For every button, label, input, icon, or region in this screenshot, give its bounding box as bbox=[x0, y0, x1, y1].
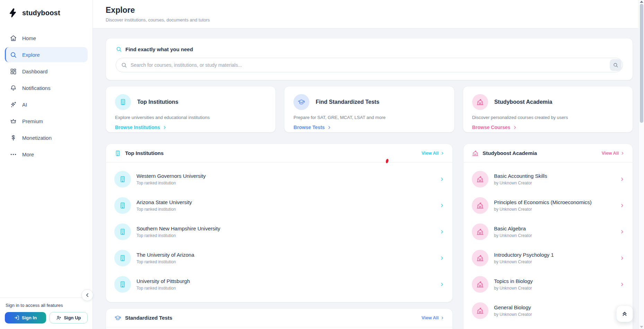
building-icon bbox=[114, 171, 131, 188]
sidebar-item-premium[interactable]: Premium bbox=[5, 113, 88, 129]
course-row[interactable]: Basic Algebra by Unknown Creator bbox=[472, 221, 624, 242]
sidebar-item-label: Dashboard bbox=[22, 68, 47, 74]
school-icon bbox=[472, 250, 488, 266]
sparkles-icon bbox=[10, 101, 17, 108]
sidebar-item-label: Explore bbox=[22, 52, 40, 58]
chevrons-up-icon bbox=[621, 311, 628, 317]
graduation-cap-icon bbox=[114, 314, 121, 321]
chevron-right-icon bbox=[327, 126, 331, 129]
page-subtitle: Discover institutions, courses, document… bbox=[106, 17, 638, 22]
dashboard-icon bbox=[10, 68, 17, 75]
sidebar-item-home[interactable]: Home bbox=[5, 30, 88, 46]
institution-row[interactable]: Arizona State University Top ranked inst… bbox=[114, 195, 444, 216]
search-input[interactable] bbox=[116, 58, 623, 72]
sidebar-nav: Home Explore Dashboard Notifications AI … bbox=[0, 24, 92, 163]
studyboost-academia-section: Studyboost Academia View All bbox=[463, 144, 633, 329]
scrollbar-down-arrow[interactable] bbox=[640, 326, 643, 328]
course-name: General Biology bbox=[494, 304, 615, 310]
page-scrollbar[interactable] bbox=[638, 0, 644, 329]
institution-row[interactable]: University of Pittsburgh Top ranked inst… bbox=[114, 274, 444, 295]
sidebar-item-label: More bbox=[22, 152, 34, 157]
app-root: studyboost Home Explore Dashboard Notifi… bbox=[0, 0, 644, 329]
feature-card-academia[interactable]: Studyboost Academia Discover personalize… bbox=[463, 86, 633, 132]
sidebar-item-more[interactable]: More bbox=[5, 147, 88, 162]
browse-tests-link[interactable]: Browse Tests bbox=[293, 125, 445, 130]
scrollbar-thumb[interactable] bbox=[640, 4, 643, 123]
institution-row[interactable]: Western Governors University Top ranked … bbox=[114, 169, 444, 190]
chevron-right-icon bbox=[620, 177, 624, 181]
sidebar-item-label: Premium bbox=[22, 118, 43, 124]
sign-up-label: Sign Up bbox=[64, 315, 81, 320]
page-title: Explore bbox=[106, 6, 638, 15]
search-icon bbox=[613, 62, 618, 68]
chevron-right-icon bbox=[440, 256, 444, 260]
dollar-icon bbox=[10, 134, 17, 141]
institution-subtitle: Top ranked institution bbox=[136, 181, 434, 185]
chevron-right-icon bbox=[620, 203, 624, 208]
building-icon bbox=[114, 197, 131, 214]
link-label: Browse Institutions bbox=[115, 125, 160, 130]
building-icon bbox=[114, 150, 121, 157]
school-icon bbox=[472, 171, 488, 188]
feature-card-tests[interactable]: Find Standardized Tests Prepare for SAT,… bbox=[284, 86, 454, 132]
scroll-to-top-button[interactable] bbox=[616, 305, 633, 322]
sidebar-item-notifications[interactable]: Notifications bbox=[5, 80, 88, 95]
search-icon bbox=[10, 51, 17, 58]
sidebar-item-explore[interactable]: Explore bbox=[5, 47, 88, 62]
feature-card-institutions[interactable]: Top Institutions Explore universities an… bbox=[106, 86, 276, 132]
search-card-title: Find exactly what you need bbox=[125, 46, 193, 52]
chevron-right-icon bbox=[440, 230, 444, 234]
institution-name: Southern New Hampshire University bbox=[136, 226, 434, 231]
section-title: Standardized Tests bbox=[125, 315, 172, 321]
browse-institutions-link[interactable]: Browse Institutions bbox=[115, 125, 266, 130]
chevron-right-icon bbox=[513, 126, 517, 129]
course-creator: by Unknown Creator bbox=[494, 286, 615, 291]
course-creator: by Unknown Creator bbox=[494, 207, 615, 212]
search-card: Find exactly what you need bbox=[106, 38, 633, 80]
view-all-institutions-link[interactable]: View All bbox=[422, 150, 444, 156]
search-submit-button[interactable] bbox=[610, 59, 621, 71]
course-row[interactable]: General Biology by Unknown Creator bbox=[472, 300, 624, 321]
link-label: Browse Courses bbox=[472, 125, 510, 130]
institution-row[interactable]: Southern New Hampshire University Top ra… bbox=[114, 221, 444, 242]
course-name: Topics in Biology bbox=[494, 278, 615, 284]
view-all-academia-link[interactable]: View All bbox=[602, 150, 624, 156]
sidebar-item-ai[interactable]: AI bbox=[5, 97, 88, 112]
brand-logo[interactable]: studyboost bbox=[0, 0, 92, 24]
institution-name: Arizona State University bbox=[136, 199, 434, 205]
building-icon bbox=[114, 223, 131, 240]
chevron-right-icon bbox=[620, 256, 624, 260]
browse-courses-link[interactable]: Browse Courses bbox=[472, 125, 624, 130]
sidebar-item-label: Home bbox=[22, 35, 36, 41]
view-all-tests-link[interactable]: View All bbox=[422, 315, 444, 320]
standardized-tests-section: Standardized Tests View All bbox=[106, 308, 453, 329]
building-icon bbox=[115, 94, 131, 110]
feature-card-title: Find Standardized Tests bbox=[316, 99, 379, 105]
institution-row[interactable]: The University of Arizona Top ranked ins… bbox=[114, 248, 444, 268]
course-row[interactable]: Introductory Psychology 1 by Unknown Cre… bbox=[472, 248, 624, 268]
sidebar-collapse-button[interactable] bbox=[81, 289, 93, 301]
link-label: Browse Tests bbox=[293, 125, 325, 130]
school-icon bbox=[472, 302, 488, 319]
chevron-left-icon bbox=[85, 293, 90, 298]
bell-icon bbox=[10, 84, 17, 92]
course-creator: by Unknown Creator bbox=[494, 312, 615, 317]
course-creator: by Unknown Creator bbox=[494, 259, 615, 264]
top-institutions-section: Top Institutions View All Wes bbox=[106, 144, 453, 302]
course-row[interactable]: Topics in Biology by Unknown Creator bbox=[472, 274, 624, 295]
sidebar-item-monetization[interactable]: Monetization bbox=[5, 130, 88, 145]
sign-in-button[interactable]: Sign In bbox=[5, 312, 46, 323]
sidebar-item-dashboard[interactable]: Dashboard bbox=[5, 64, 88, 79]
sidebar-footer: Sign in to access all features Sign In S… bbox=[0, 298, 92, 329]
sign-up-button[interactable]: Sign Up bbox=[50, 312, 88, 323]
bolt-icon bbox=[8, 8, 18, 18]
building-icon bbox=[114, 276, 131, 293]
course-row[interactable]: Principles of Economics (Microeconomics)… bbox=[472, 195, 624, 216]
sidebar-item-label: Monetization bbox=[22, 135, 52, 141]
school-icon bbox=[472, 276, 488, 293]
scrollbar-up-arrow[interactable] bbox=[640, 1, 643, 3]
course-row[interactable]: Basic Accounting Skills by Unknown Creat… bbox=[472, 169, 624, 190]
crown-icon bbox=[10, 118, 17, 125]
sidebar-item-label: AI bbox=[22, 102, 27, 108]
view-all-label: View All bbox=[422, 150, 439, 156]
